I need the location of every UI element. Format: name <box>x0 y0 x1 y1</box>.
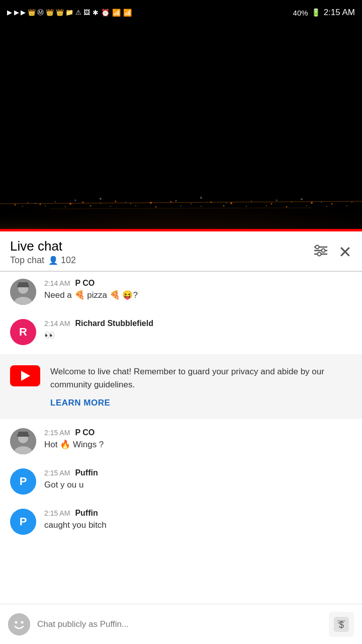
avatar-puffin-2: P <box>10 509 36 535</box>
chat-message-text-1: Need a 🍕 pizza 🍕 😝? <box>44 289 352 301</box>
svg-point-45 <box>276 200 278 201</box>
svg-point-6 <box>40 204 41 205</box>
filter-button[interactable] <box>313 244 328 261</box>
svg-point-34 <box>246 206 247 207</box>
chat-content-2: 2:14 AM Richard Stubblefield 👀 <box>44 319 352 342</box>
alarm-icon: ⏰ <box>101 9 110 17</box>
chat-message-1: 2:14 AM P CO Need a 🍕 pizza 🍕 😝? <box>0 272 362 312</box>
svg-point-56 <box>318 252 321 256</box>
close-button[interactable]: ✕ <box>338 243 352 262</box>
chat-username-1: P CO <box>75 279 95 288</box>
svg-point-67 <box>8 613 30 635</box>
chat-time-4: 2:15 AM <box>44 469 70 477</box>
top-chat-label: Top chat <box>10 255 44 266</box>
svg-point-21 <box>311 202 313 204</box>
notification-icons: ▶ ▶ ▶ 👑 Ⓜ 👑 👑 📁 ⚠ 🖼 <box>7 8 90 17</box>
status-right: 40% 🔋 2:15 AM <box>293 8 355 18</box>
welcome-message: Welcome to live chat! Remember to guard … <box>50 365 352 391</box>
battery-icon: 🔋 <box>311 8 321 17</box>
svg-point-15 <box>191 203 192 204</box>
svg-point-16 <box>211 202 212 203</box>
superchat-button[interactable]: $ <box>329 612 354 637</box>
svg-point-55 <box>322 249 325 252</box>
cityscape-svg <box>0 118 362 229</box>
svg-point-35 <box>266 205 267 206</box>
svg-point-5 <box>27 202 28 203</box>
learn-more-button[interactable]: LEARN MORE <box>50 398 110 408</box>
chat-content-4: 2:15 AM Puffin Got y ou u <box>44 468 352 491</box>
svg-point-31 <box>180 205 182 206</box>
people-icon: 👤 <box>48 256 58 265</box>
svg-point-32 <box>201 206 202 207</box>
chat-username-5: Puffin <box>75 509 98 518</box>
chat-message-text-4: Got y ou u <box>44 479 352 491</box>
chat-time-2: 2:14 AM <box>44 319 70 328</box>
svg-point-11 <box>115 201 117 202</box>
svg-point-25 <box>45 205 46 206</box>
video-player[interactable] <box>0 25 362 231</box>
svg-point-7 <box>55 201 56 202</box>
svg-point-69 <box>21 621 24 623</box>
svg-point-43 <box>175 200 177 202</box>
svg-point-9 <box>82 202 84 203</box>
svg-point-54 <box>316 245 319 249</box>
chat-content-3: 2:15 AM P CO Hot 🔥 Wings ? <box>44 428 352 451</box>
youtube-logo <box>10 365 40 386</box>
progress-bar <box>0 229 362 231</box>
chat-username-2: Richard Stubblefield <box>75 319 153 328</box>
svg-point-8 <box>69 203 71 205</box>
status-bar: ▶ ▶ ▶ 👑 Ⓜ 👑 👑 📁 ⚠ 🖼 ✱ ⏰ 📶 📶 40% 🔋 2:15 A… <box>0 0 362 25</box>
svg-point-20 <box>291 201 292 202</box>
chat-message-2: R 2:14 AM Richard Stubblefield 👀 <box>0 312 362 352</box>
svg-point-27 <box>90 205 92 207</box>
battery-percent: 40% <box>293 9 308 17</box>
welcome-text-area: Welcome to live chat! Remember to guard … <box>50 365 352 408</box>
avatar-pco-2 <box>10 428 36 454</box>
svg-point-23 <box>351 202 352 203</box>
input-avatar <box>8 613 30 635</box>
chat-meta-1: 2:14 AM P CO <box>44 279 352 288</box>
svg-point-40 <box>35 203 36 204</box>
avatar-puffin-1: P <box>10 468 36 495</box>
svg-point-4 <box>15 204 16 206</box>
svg-point-42 <box>125 202 126 203</box>
livechat-header: Live chat Top chat 👤 102 ✕ <box>0 231 362 271</box>
chat-meta-2: 2:14 AM Richard Stubblefield <box>44 319 352 328</box>
svg-point-18 <box>251 201 252 202</box>
livechat-actions: ✕ <box>313 243 352 262</box>
chat-messages-container: 2:14 AM P CO Need a 🍕 pizza 🍕 😝? R 2:14 … <box>0 272 362 542</box>
clock: 2:15 AM <box>324 8 355 18</box>
chat-input[interactable] <box>37 612 322 636</box>
bluetooth-icon: ✱ <box>93 9 99 17</box>
signal-icon: 📶 <box>123 9 132 17</box>
svg-point-38 <box>326 206 327 207</box>
svg-point-37 <box>306 205 307 206</box>
svg-point-10 <box>100 203 101 204</box>
svg-point-12 <box>130 203 131 204</box>
svg-point-44 <box>226 202 227 203</box>
chat-username-4: Puffin <box>75 468 98 477</box>
svg-point-13 <box>150 202 152 204</box>
svg-point-29 <box>135 205 136 206</box>
wifi-icon: 📶 <box>112 9 121 17</box>
svg-point-26 <box>65 206 66 207</box>
svg-point-68 <box>15 621 18 623</box>
chat-meta-5: 2:15 AM Puffin <box>44 509 352 518</box>
chat-time-1: 2:14 AM <box>44 279 70 287</box>
chat-message-text-5: caught you bitch <box>44 519 352 531</box>
svg-point-19 <box>271 203 273 205</box>
svg-point-39 <box>346 205 347 206</box>
avatar-pco-1 <box>10 279 36 305</box>
svg-rect-61 <box>18 282 28 286</box>
chat-message-5: P 2:15 AM Puffin caught you bitch <box>0 502 362 542</box>
svg-point-41 <box>75 200 76 201</box>
svg-point-28 <box>110 206 111 207</box>
chat-message-text-2: 👀 <box>44 330 352 342</box>
chat-meta-3: 2:15 AM P CO <box>44 428 352 437</box>
svg-point-49 <box>301 198 303 200</box>
livechat-title: Live chat <box>10 238 76 254</box>
chat-message-text-3: Hot 🔥 Wings ? <box>44 439 352 451</box>
livechat-subtitle: Top chat 👤 102 <box>10 255 76 266</box>
svg-point-48 <box>200 197 202 199</box>
livechat-title-area: Live chat Top chat 👤 102 <box>10 238 76 266</box>
